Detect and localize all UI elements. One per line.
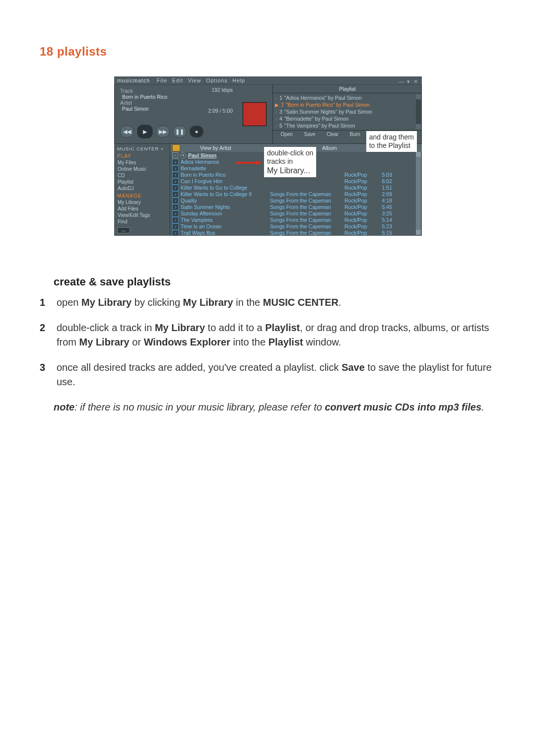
instruction-steps: 1 open My Library by clicking My Library… [40, 295, 496, 389]
track-name: Trail Ways Bus [181, 230, 270, 236]
track-album: Songs From the Capeman [270, 191, 344, 198]
playlist-row[interactable]: ▶2"Born in Puerto Rico" by Paul Simon [275, 101, 420, 108]
track-icon: ♪ [172, 185, 179, 191]
track-genre: Rock/Pop [344, 178, 374, 185]
mc-item[interactable]: Online Music [118, 166, 167, 172]
track-row[interactable]: ♪QualitySongs From the CapemanRock/Pop4:… [172, 198, 420, 204]
menu-help[interactable]: Help [232, 77, 245, 83]
note-icon: ♪ [275, 109, 277, 115]
track-icon: ♪ [172, 210, 179, 217]
player-info: 192 kbps Track Born in Puerto Rico Artis… [114, 85, 237, 143]
track-row[interactable]: ♪Can I Forgive HimRock/Pop6:02 [172, 178, 420, 185]
step-3: 3 once all desired tracks are added, you… [40, 360, 496, 389]
track-album: Songs From the Capeman [270, 198, 344, 204]
pause-button[interactable]: ❚❚ [173, 126, 187, 137]
record-button[interactable]: ● [190, 126, 203, 137]
track-album: Songs From the Capeman [270, 210, 344, 217]
track-genre: Rock/Pop [344, 204, 374, 210]
note-icon: ♪ [275, 116, 277, 122]
time-label: 2:09 / 5:00 [208, 108, 233, 114]
track-name: Satin Summer Nights [181, 204, 270, 210]
playlist-clear[interactable]: Clear [327, 132, 338, 137]
track-row[interactable]: ♪Killer Wants to Go to College IISongs F… [172, 191, 420, 198]
track-icon: ♪ [172, 178, 179, 185]
track-name: Born in Puerto Rico [122, 94, 232, 100]
track-name: Sunday Afternoon [181, 210, 270, 217]
track-album: Songs From the Capeman [270, 217, 344, 223]
track-name: Killer Wants to Go to College II [181, 191, 270, 198]
transport-controls: ◀◀ ▶ ▶▶ ❚❚ ● [120, 125, 232, 138]
menubar[interactable]: musicmatch File Edit View Options Help [114, 76, 422, 85]
artist-label: Artist [120, 100, 132, 106]
playlist-row[interactable]: ♪4"Bernadette" by Paul Simon [275, 115, 420, 122]
mc-item[interactable]: Find [118, 219, 167, 224]
track-name: Born in Puerto Rico [181, 172, 270, 178]
track-name: Can I Forgive Him [181, 178, 270, 185]
track-icon: ♪ [172, 223, 179, 230]
music-center-head[interactable]: MUSIC CENTER « [117, 146, 167, 151]
collapse-icon[interactable]: − [172, 152, 178, 158]
track-icon: ♪ [172, 217, 179, 223]
menu-file[interactable]: File [157, 77, 167, 83]
mc-item[interactable]: View/Edit Tags [118, 212, 167, 218]
folder-icon[interactable] [172, 144, 180, 151]
play-button[interactable]: ▶ [137, 125, 153, 138]
mc-item[interactable]: Playlist [118, 179, 167, 185]
track-name: Quality [181, 198, 270, 204]
callout-drag: and drag them to the Playlist [366, 131, 417, 152]
mc-item[interactable]: Add Files [118, 206, 167, 211]
prev-button[interactable]: ◀◀ [120, 126, 134, 137]
artist-name[interactable]: Paul Simon [188, 152, 216, 158]
next-button[interactable]: ▶▶ [156, 126, 170, 137]
track-row[interactable]: ♪Time Is an OceanSongs From the CapemanR… [172, 223, 420, 230]
track-label: Track [120, 88, 133, 94]
menu-options[interactable]: Options [206, 77, 227, 83]
mc-item[interactable]: My Library [118, 200, 167, 205]
step-2: 2 double-click a track in My Library to … [40, 321, 496, 349]
mc-item[interactable]: CD [118, 173, 167, 178]
section-title: create & save playlists [54, 275, 496, 288]
app-screenshot: — ▾ ✕ musicmatch File Edit View Options … [114, 76, 422, 236]
music-center: MUSIC CENTER « PLAY My Files Online Musi… [114, 144, 170, 236]
callout-doubleclick: double-click on tracks in My Library... [264, 147, 316, 177]
playlist-save[interactable]: Save [304, 132, 316, 137]
track-icon: ♪ [172, 230, 179, 236]
playlist-burn[interactable]: Burn [350, 132, 360, 137]
track-genre: Rock/Pop [344, 210, 374, 217]
library-scrollbar[interactable] [416, 152, 421, 235]
playlist-row[interactable]: ♪3"Satin Summer Nights" by Paul Simon [275, 108, 420, 115]
track-icon: ♪ [172, 165, 179, 172]
track-name: The Vampires [181, 217, 270, 223]
track-album: Songs From the Capeman [270, 230, 344, 236]
track-name: Killer Wants to Go to College [181, 185, 270, 191]
track-genre: Rock/Pop [344, 191, 374, 198]
mc-item[interactable]: My Files [118, 160, 167, 165]
track-row[interactable]: ♪Trail Ways BusSongs From the CapemanRoc… [172, 230, 420, 236]
track-row[interactable]: ♪The VampiresSongs From the CapemanRock/… [172, 217, 420, 223]
track-album: Songs From the Capeman [270, 223, 344, 230]
menu-view[interactable]: View [188, 77, 201, 83]
menu-edit[interactable]: Edit [172, 77, 183, 83]
track-icon: ♪ [172, 159, 179, 165]
play-icon: ▶ [275, 102, 279, 108]
page-number: 18 [40, 45, 54, 58]
track-genre: Rock/Pop [344, 198, 374, 204]
track-genre: Rock/Pop [344, 230, 374, 236]
track-genre: Rock/Pop [344, 223, 374, 230]
mc-collapse-button[interactable]: — [117, 227, 130, 233]
mc-cat-play: PLAY [117, 153, 167, 159]
playlist-open[interactable]: Open [280, 132, 292, 137]
track-name: Bernadette [181, 165, 270, 172]
track-icon: ♪ [172, 204, 179, 210]
playlist-row[interactable]: ♪5"The Vampires" by Paul Simon [275, 122, 420, 129]
track-row[interactable]: ♪Killer Wants to Go to CollegeRock/Pop1:… [172, 185, 420, 191]
track-album: Songs From the Capeman [270, 204, 344, 210]
note-block: note: if there is no music in your music… [54, 400, 496, 414]
playlist-scrollbar[interactable] [416, 94, 421, 129]
mc-item[interactable]: AutoDJ [118, 186, 167, 191]
track-row[interactable]: ♪Sunday AfternoonSongs From the CapemanR… [172, 210, 420, 217]
window-controls[interactable]: — ▾ ✕ [399, 78, 419, 84]
playlist-row[interactable]: ♪1"Adios Hermanos" by Paul Simon [275, 94, 420, 101]
track-row[interactable]: ♪Satin Summer NightsSongs From the Capem… [172, 204, 420, 210]
bullet-icon: • [180, 152, 186, 158]
